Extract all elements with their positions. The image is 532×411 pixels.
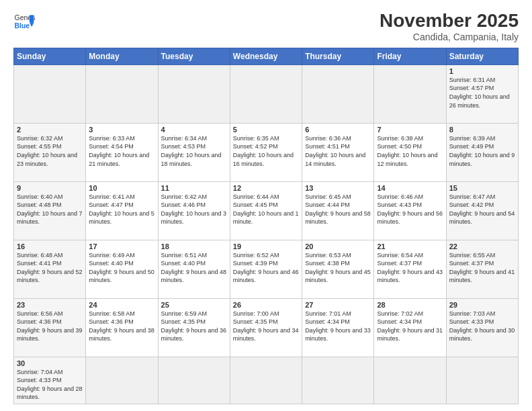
calendar: Sunday Monday Tuesday Wednesday Thursday… [13, 48, 519, 404]
table-row [158, 357, 230, 404]
logo: General Blue [13, 11, 35, 32]
table-row [158, 64, 230, 123]
table-row: 3Sunrise: 6:33 AM Sunset: 4:54 PM Daylig… [86, 123, 158, 181]
svg-text:Blue: Blue [15, 22, 30, 30]
table-row: 25Sunrise: 6:59 AM Sunset: 4:35 PM Dayli… [158, 298, 230, 357]
table-row: 14Sunrise: 6:46 AM Sunset: 4:43 PM Dayli… [374, 181, 446, 240]
logo-icon: General Blue [13, 11, 35, 32]
svg-marker-3 [30, 23, 34, 27]
table-row: 16Sunrise: 6:48 AM Sunset: 4:41 PM Dayli… [14, 240, 86, 298]
table-row [230, 357, 302, 404]
table-row: 17Sunrise: 6:49 AM Sunset: 4:40 PM Dayli… [86, 240, 158, 298]
table-row: 27Sunrise: 7:01 AM Sunset: 4:34 PM Dayli… [302, 298, 374, 357]
table-row: 22Sunrise: 6:55 AM Sunset: 4:37 PM Dayli… [446, 240, 518, 298]
table-row [374, 64, 446, 123]
table-row: 1Sunrise: 6:31 AM Sunset: 4:57 PM Daylig… [446, 64, 518, 123]
page: General Blue November 2025 Candida, Camp… [0, 0, 532, 411]
col-thursday: Thursday [302, 48, 374, 64]
table-row: 20Sunrise: 6:53 AM Sunset: 4:38 PM Dayli… [302, 240, 374, 298]
table-row [14, 64, 86, 123]
header: General Blue November 2025 Candida, Camp… [13, 11, 519, 42]
title-block: November 2025 Candida, Campania, Italy [380, 11, 519, 42]
table-row: 15Sunrise: 6:47 AM Sunset: 4:42 PM Dayli… [446, 181, 518, 240]
table-row: 2Sunrise: 6:32 AM Sunset: 4:55 PM Daylig… [14, 123, 86, 181]
svg-marker-2 [30, 15, 34, 22]
table-row: 18Sunrise: 6:51 AM Sunset: 4:40 PM Dayli… [158, 240, 230, 298]
col-saturday: Saturday [446, 48, 518, 64]
table-row: 5Sunrise: 6:35 AM Sunset: 4:52 PM Daylig… [230, 123, 302, 181]
table-row [230, 64, 302, 123]
table-row [446, 357, 518, 404]
col-friday: Friday [374, 48, 446, 64]
table-row: 21Sunrise: 6:54 AM Sunset: 4:37 PM Dayli… [374, 240, 446, 298]
table-row [302, 64, 374, 123]
table-row: 29Sunrise: 7:03 AM Sunset: 4:33 PM Dayli… [446, 298, 518, 357]
header-row: Sunday Monday Tuesday Wednesday Thursday… [14, 48, 519, 64]
table-row: 6Sunrise: 6:36 AM Sunset: 4:51 PM Daylig… [302, 123, 374, 181]
table-row: 23Sunrise: 6:56 AM Sunset: 4:36 PM Dayli… [14, 298, 86, 357]
table-row: 11Sunrise: 6:42 AM Sunset: 4:46 PM Dayli… [158, 181, 230, 240]
table-row [86, 64, 158, 123]
location: Candida, Campania, Italy [380, 32, 519, 42]
table-row [374, 357, 446, 404]
col-tuesday: Tuesday [158, 48, 230, 64]
month-year: November 2025 [380, 11, 519, 32]
table-row: 12Sunrise: 6:44 AM Sunset: 4:45 PM Dayli… [230, 181, 302, 240]
col-wednesday: Wednesday [230, 48, 302, 64]
table-row: 30Sunrise: 7:04 AM Sunset: 4:33 PM Dayli… [14, 357, 86, 404]
col-monday: Monday [86, 48, 158, 64]
table-row: 13Sunrise: 6:45 AM Sunset: 4:44 PM Dayli… [302, 181, 374, 240]
table-row [86, 357, 158, 404]
table-row [302, 357, 374, 404]
table-row: 26Sunrise: 7:00 AM Sunset: 4:35 PM Dayli… [230, 298, 302, 357]
table-row: 19Sunrise: 6:52 AM Sunset: 4:39 PM Dayli… [230, 240, 302, 298]
table-row: 8Sunrise: 6:39 AM Sunset: 4:49 PM Daylig… [446, 123, 518, 181]
table-row: 4Sunrise: 6:34 AM Sunset: 4:53 PM Daylig… [158, 123, 230, 181]
table-row: 24Sunrise: 6:58 AM Sunset: 4:36 PM Dayli… [86, 298, 158, 357]
table-row: 28Sunrise: 7:02 AM Sunset: 4:34 PM Dayli… [374, 298, 446, 357]
table-row: 9Sunrise: 6:40 AM Sunset: 4:48 PM Daylig… [14, 181, 86, 240]
table-row: 10Sunrise: 6:41 AM Sunset: 4:47 PM Dayli… [86, 181, 158, 240]
col-sunday: Sunday [14, 48, 86, 64]
table-row: 7Sunrise: 6:38 AM Sunset: 4:50 PM Daylig… [374, 123, 446, 181]
